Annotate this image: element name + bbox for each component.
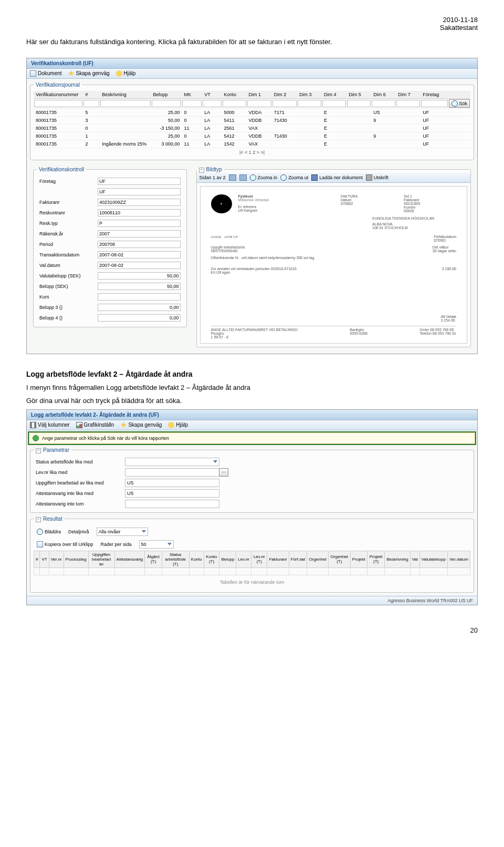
filter-cell[interactable] xyxy=(219,567,236,575)
filter-cell[interactable] xyxy=(88,567,114,575)
filter-cell[interactable] xyxy=(385,567,410,575)
column-header[interactable]: Lev.nr xyxy=(236,551,251,567)
zoom-in-button[interactable]: Zooma in xyxy=(250,174,278,181)
param-field[interactable] xyxy=(125,500,219,508)
column-header[interactable]: Processteg xyxy=(64,551,88,567)
column-header[interactable]: MK xyxy=(182,91,202,99)
column-header[interactable]: Dim 1 xyxy=(247,91,272,99)
ellipsis-button[interactable]: ⋯ xyxy=(219,468,228,477)
column-header[interactable]: Dim 3 xyxy=(297,91,322,99)
filter-cell[interactable] xyxy=(251,567,267,575)
field-input[interactable] xyxy=(98,230,181,237)
filter-cell[interactable] xyxy=(204,567,219,575)
filter-cell[interactable] xyxy=(410,567,419,575)
zoom-out-button[interactable]: Zooma ut xyxy=(280,174,308,181)
column-header[interactable]: Valutabelopp xyxy=(419,551,447,567)
filter-input[interactable] xyxy=(396,100,420,107)
param-field[interactable] xyxy=(125,458,219,466)
filter-cell[interactable] xyxy=(350,567,367,575)
column-header[interactable]: Uppgiften bearbetad av xyxy=(88,551,114,567)
column-header[interactable]: Fakturanr xyxy=(267,551,289,567)
skapa-genvag-button-2[interactable]: Skapa genväg xyxy=(120,422,162,428)
column-header[interactable]: Dim 2 xyxy=(272,91,297,99)
filter-input[interactable] xyxy=(372,100,395,107)
filter-input[interactable] xyxy=(100,100,150,107)
field-input[interactable] xyxy=(98,314,181,322)
column-header[interactable]: Verifikationsnummer xyxy=(34,91,83,99)
field-input[interactable] xyxy=(98,293,181,301)
hjalp-button-2[interactable]: Hjälp xyxy=(168,422,188,428)
field-input[interactable] xyxy=(98,178,181,185)
column-header[interactable]: # xyxy=(34,551,40,567)
collapse-icon[interactable]: ^ xyxy=(199,168,204,173)
column-header[interactable]: Ver.datum xyxy=(447,551,470,567)
column-header[interactable]: Konto xyxy=(189,551,204,567)
table-row[interactable]: 80001735350,000LA5411VDDB71430E9UF xyxy=(34,116,470,124)
filter-cell[interactable] xyxy=(162,567,189,575)
filter-cell[interactable] xyxy=(189,567,204,575)
column-header[interactable]: # xyxy=(83,91,100,99)
column-header[interactable]: Konto (T) xyxy=(204,551,219,567)
filter-input[interactable] xyxy=(272,100,297,107)
column-header[interactable]: Belopp xyxy=(151,91,182,99)
filter-input[interactable] xyxy=(182,100,202,107)
param-field[interactable] xyxy=(125,468,219,477)
filter-cell[interactable] xyxy=(447,567,470,575)
field-input[interactable] xyxy=(98,241,181,248)
column-header[interactable]: Dim 5 xyxy=(346,91,371,99)
column-header[interactable]: Företag xyxy=(421,91,448,99)
ladda-ner-button[interactable]: Ladda ner dokument xyxy=(311,174,363,181)
column-header[interactable]: Dim 6 xyxy=(371,91,396,99)
table-row[interactable]: 80001735525,000LA5000VDDA7171EUSUF xyxy=(34,108,470,116)
column-header[interactable]: Dim 4 xyxy=(322,91,346,99)
field-input[interactable] xyxy=(98,220,181,227)
field-input[interactable] xyxy=(98,304,181,311)
column-header[interactable]: Förf.dat xyxy=(289,551,307,567)
column-header[interactable]: VT xyxy=(202,91,222,99)
field-input[interactable] xyxy=(98,188,181,195)
column-header[interactable]: Projekt xyxy=(350,551,367,567)
param-field[interactable]: US xyxy=(125,479,219,487)
dokument-button[interactable]: Dokument xyxy=(30,70,62,77)
filter-cell[interactable] xyxy=(328,567,350,575)
column-header[interactable]: Attestansvarig xyxy=(114,551,145,567)
filter-cell[interactable] xyxy=(64,567,88,575)
collapse-icon[interactable]: ^ xyxy=(36,448,41,453)
collapse-icon[interactable]: ^ xyxy=(36,517,41,522)
filter-input[interactable] xyxy=(347,100,371,107)
valj-kolumner-button[interactable]: Välj kolumner xyxy=(30,422,70,428)
field-input[interactable] xyxy=(98,272,181,280)
next-page-button[interactable] xyxy=(239,174,247,181)
column-header[interactable]: Val xyxy=(410,551,419,567)
table-row[interactable]: 800017350-3 150,0011LA2561VAXEUF xyxy=(34,124,470,132)
filter-input[interactable] xyxy=(83,100,99,107)
filter-cell[interactable] xyxy=(307,567,328,575)
filter-input[interactable] xyxy=(247,100,271,107)
field-input[interactable] xyxy=(98,209,181,216)
column-header[interactable]: Beskrivning xyxy=(100,91,151,99)
filter-cell[interactable] xyxy=(267,567,289,575)
column-header[interactable]: Orgenhet xyxy=(307,551,328,567)
filter-input[interactable] xyxy=(203,100,221,107)
pager[interactable]: |< < 1 2 > >| xyxy=(34,148,470,157)
field-input[interactable] xyxy=(98,283,181,290)
filter-cell[interactable] xyxy=(289,567,307,575)
filter-input[interactable] xyxy=(152,100,182,107)
sok-button[interactable]: Sök xyxy=(449,99,470,108)
detaljniva-select[interactable]: Alla nivåer xyxy=(97,528,148,536)
filter-cell[interactable] xyxy=(114,567,145,575)
table-row[interactable]: 80001735125,000LA5412VDDB71430E9UF xyxy=(34,132,470,140)
filter-input[interactable] xyxy=(298,100,321,107)
invoice-preview[interactable]: ✦ Fysikum Mekanisk Verkstad Er referensU… xyxy=(200,186,467,344)
column-header[interactable]: Status arbetsflöde (T) xyxy=(162,551,189,567)
column-header[interactable]: Dim 7 xyxy=(396,91,421,99)
filter-cell[interactable] xyxy=(236,567,251,575)
kopiera-button[interactable]: Kopiera över till Urklipp xyxy=(37,541,93,548)
filter-input[interactable] xyxy=(421,100,448,107)
grafik-button[interactable]: Grafikinställn xyxy=(76,422,114,428)
column-header[interactable]: Konto xyxy=(222,91,247,99)
filter-cell[interactable] xyxy=(49,567,64,575)
utskrift-button[interactable]: Utskrift xyxy=(366,174,388,181)
bladdra-button[interactable]: Bläddra xyxy=(37,529,61,535)
column-header[interactable]: Åtgärd (T) xyxy=(145,551,162,567)
